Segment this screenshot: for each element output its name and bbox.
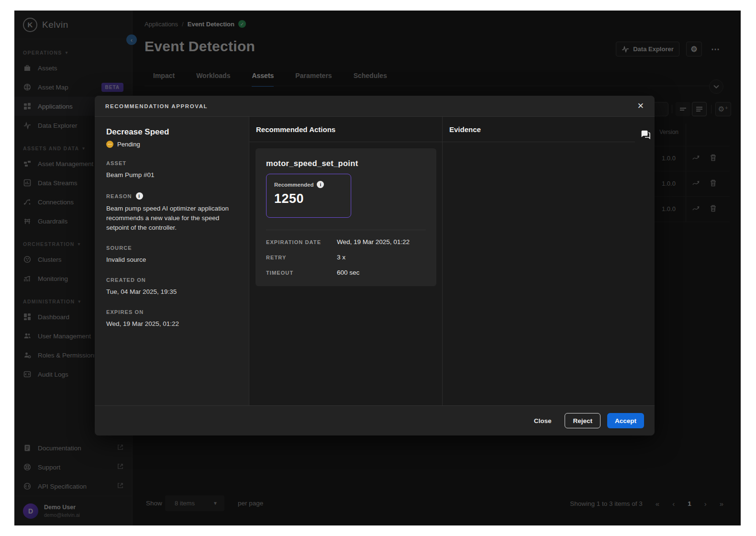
created-on-value: Tue, 04 Mar 2025, 19:35: [106, 287, 237, 297]
accept-button[interactable]: Accept: [607, 413, 644, 428]
close-button[interactable]: Close: [527, 413, 558, 428]
action-card: motor_speed_set_point Recommended i 1250…: [256, 148, 436, 286]
modal-body: Decrease Speed ⋯ Pending ASSET Beam Pump…: [95, 117, 655, 405]
recommended-actions-header: Recommended Actions: [249, 117, 442, 142]
evidence-header: Evidence: [443, 117, 635, 142]
recommended-value-box: Recommended i 1250: [266, 174, 351, 218]
modal-header: RECOMMENDATION APPROVAL ✕: [95, 96, 655, 117]
expiration-date-label: EXPIRATION DATE: [266, 239, 337, 245]
reason-label: REASON i: [106, 192, 237, 200]
app-window: K Kelvin OPERATIONS▾ Assets Asset Map BE…: [14, 11, 741, 525]
recommendation-approval-modal: RECOMMENDATION APPROVAL ✕ Decrease Speed…: [95, 96, 655, 436]
status-badge: ⋯ Pending: [106, 141, 237, 148]
evidence-panel: Evidence: [442, 117, 635, 405]
expiration-date-row: EXPIRATION DATE Wed, 19 Mar 2025, 01:22: [266, 238, 426, 246]
recommendation-name: Decrease Speed: [106, 127, 237, 137]
reason-value: Beam pump speed AI optimizer application…: [106, 204, 233, 233]
status-label: Pending: [117, 141, 140, 148]
comments-button[interactable]: [640, 129, 650, 142]
asset-label: ASSET: [106, 160, 237, 166]
asset-value: Beam Pump #01: [106, 170, 237, 180]
expires-on-value: Wed, 19 Mar 2025, 01:22: [106, 319, 237, 329]
modal-title: RECOMMENDATION APPROVAL: [105, 103, 208, 109]
source-label: SOURCE: [106, 245, 237, 251]
expiration-date-value: Wed, 19 Mar 2025, 01:22: [337, 238, 410, 246]
timeout-row: TIMEOUT 600 sec: [266, 269, 426, 276]
recommended-actions-panel: Recommended Actions motor_speed_set_poin…: [249, 117, 442, 405]
recommended-value: 1250: [274, 191, 343, 206]
comments-icon: [640, 129, 650, 140]
modal-side-strip: [635, 117, 655, 405]
timeout-label: TIMEOUT: [266, 270, 337, 276]
retry-label: RETRY: [266, 255, 337, 260]
reject-button[interactable]: Reject: [565, 413, 600, 428]
source-value: Invalid source: [106, 255, 237, 265]
info-icon[interactable]: i: [317, 181, 324, 188]
info-icon[interactable]: i: [136, 192, 143, 200]
modal-footer: Close Reject Accept: [95, 405, 655, 436]
card-divider: [266, 230, 426, 230]
recommendation-details-panel: Decrease Speed ⋯ Pending ASSET Beam Pump…: [95, 117, 249, 405]
retry-value: 3 x: [337, 254, 345, 261]
recommended-label: Recommended: [274, 182, 313, 188]
expires-on-label: EXPIRES ON: [106, 309, 237, 315]
setpoint-name: motor_speed_set_point: [266, 159, 426, 168]
close-icon[interactable]: ✕: [634, 99, 647, 113]
pending-status-icon: ⋯: [106, 141, 113, 148]
timeout-value: 600 sec: [337, 269, 359, 276]
retry-row: RETRY 3 x: [266, 254, 426, 261]
created-on-label: CREATED ON: [106, 277, 237, 283]
